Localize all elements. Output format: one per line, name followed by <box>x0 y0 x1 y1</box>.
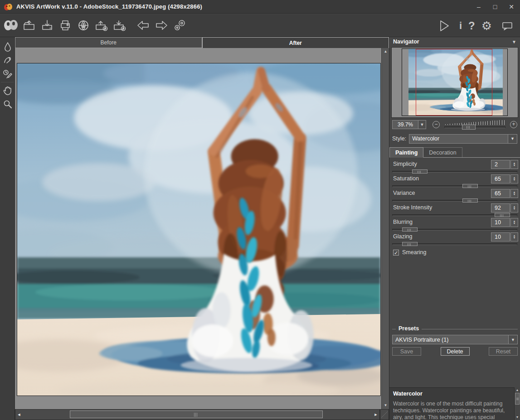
spinner-control[interactable]: ▲▼ <box>510 160 518 169</box>
description-scroll-thumb[interactable] <box>515 393 520 405</box>
param-value[interactable]: 65 <box>491 174 510 183</box>
param-slider-thumb[interactable] <box>462 198 478 203</box>
spinner-control[interactable]: ▲▼ <box>510 174 518 183</box>
scroll-up-icon[interactable]: ▲ <box>382 48 389 55</box>
spinner-control[interactable]: ▲▼ <box>510 203 518 212</box>
import-presets-icon[interactable] <box>94 17 109 34</box>
run-processing-icon[interactable] <box>436 18 452 34</box>
param-slider-track[interactable] <box>392 185 517 187</box>
hand-tool-icon[interactable] <box>0 84 15 97</box>
param-slider-track[interactable] <box>392 171 517 173</box>
save-button[interactable]: Save <box>392 347 421 356</box>
print-icon[interactable] <box>58 17 73 34</box>
zoom-in-button[interactable]: + <box>510 121 517 128</box>
param-label: Saturation <box>393 175 419 182</box>
style-dropdown[interactable]: Watercolor ▼ <box>409 134 517 144</box>
navigator-collapse-icon[interactable]: ▼ <box>512 39 516 44</box>
export-presets-icon[interactable] <box>112 17 127 34</box>
zoom-slider-thumb[interactable] <box>462 125 476 130</box>
param-slider-thumb[interactable] <box>402 227 418 232</box>
smearing-label: Smearing <box>402 249 427 256</box>
smearing-option[interactable]: ✓ Smearing <box>389 246 520 256</box>
publish-web-icon[interactable] <box>76 17 91 34</box>
open-image-icon[interactable] <box>21 17 37 34</box>
history-brush-tool-icon[interactable] <box>0 67 15 81</box>
parameter-tabs: Painting Decoration <box>389 147 520 158</box>
param-value[interactable]: 10 <box>491 218 510 227</box>
undo-icon[interactable] <box>136 17 151 34</box>
param-label: Blurring <box>393 219 413 225</box>
tab-after[interactable]: After <box>202 37 389 48</box>
main-toolbar: i ? ⚙ <box>0 14 520 37</box>
zoom-out-button[interactable]: − <box>433 121 440 128</box>
tab-painting[interactable]: Painting <box>389 147 423 158</box>
minimize-button[interactable]: – <box>475 3 483 10</box>
title-bar: AKVIS ArtWork v.11.0 - AdobeStock_119736… <box>0 0 520 14</box>
style-label: Style: <box>392 135 406 142</box>
feedback-icon[interactable] <box>500 18 515 34</box>
style-value: Watercolor <box>409 135 439 142</box>
navigator-margin <box>503 49 507 116</box>
resize-corner[interactable] <box>380 409 389 420</box>
tab-decoration[interactable]: Decoration <box>423 147 462 157</box>
param-value[interactable]: 10 <box>491 232 510 241</box>
window-title: AKVIS ArtWork v.11.0 - AdobeStock_119736… <box>16 3 202 10</box>
spinner-control[interactable]: ▲▼ <box>510 218 518 227</box>
navigator-margin <box>402 49 408 116</box>
preset-dropdown[interactable]: AKVIS Portraiture (1) ▼ <box>392 335 518 344</box>
param-slider-thumb[interactable] <box>462 184 478 188</box>
scroll-down-icon[interactable]: ▼ <box>515 415 520 420</box>
presets-section: Presets AKVIS Portraiture (1) ▼ Save Del… <box>389 325 520 358</box>
tab-before[interactable]: Before <box>15 37 202 48</box>
tools-panel <box>0 37 15 420</box>
preset-dropdown-icon[interactable]: ▼ <box>508 335 517 344</box>
akvis-logo-icon[interactable] <box>3 17 19 34</box>
param-slider-track[interactable] <box>392 200 517 202</box>
zoom-value[interactable]: 39.7% <box>392 120 418 129</box>
spinner-control[interactable]: ▲▼ <box>510 232 518 241</box>
help-icon[interactable]: ? <box>468 20 475 31</box>
spinner-control[interactable]: ▲▼ <box>510 189 518 198</box>
close-button[interactable]: ✕ <box>507 3 515 10</box>
vertical-scrollbar[interactable]: ▲ ▼ <box>381 48 389 409</box>
scroll-right-icon[interactable]: ► <box>373 410 379 420</box>
param-slider-thumb[interactable] <box>495 213 510 217</box>
param-value[interactable]: 65 <box>491 189 510 198</box>
redo-icon[interactable] <box>154 17 169 34</box>
preferences-gear-icon[interactable]: ⚙ <box>481 20 492 32</box>
scroll-down-icon[interactable]: ▼ <box>382 402 389 409</box>
param-value[interactable]: 2 <box>491 160 510 169</box>
watercolor-tool-icon[interactable] <box>0 40 15 53</box>
batch-processing-icon[interactable] <box>172 17 187 34</box>
description-scrollbar[interactable]: ▲ ▼ <box>514 387 520 420</box>
parameter-list: Simplicity 2 ▲▼ Saturation 65 ▲▼ Varianc… <box>389 158 520 246</box>
save-image-icon[interactable] <box>39 17 55 34</box>
param-label: Glazing <box>393 233 412 240</box>
info-icon[interactable]: i <box>459 21 462 31</box>
zoom-dropdown-icon[interactable]: ▼ <box>418 120 426 129</box>
settings-panel: Navigator ▼ 39.7% ▼ − + Style: <box>389 37 520 420</box>
navigator-view-frame[interactable] <box>416 49 492 116</box>
smudge-tool-icon[interactable] <box>0 53 15 67</box>
presets-title: Presets <box>396 325 422 332</box>
param-row-stroke-intensity: Stroke Intensity 92 ▲▼ <box>390 203 519 217</box>
maximize-button[interactable]: □ <box>491 3 499 10</box>
zoom-tool-icon[interactable] <box>0 97 15 111</box>
preset-value: AKVIS Portraiture (1) <box>393 337 448 343</box>
param-slider-thumb[interactable] <box>402 242 418 246</box>
style-dropdown-icon[interactable]: ▼ <box>508 135 517 143</box>
reset-button[interactable]: Reset <box>489 347 518 356</box>
delete-button[interactable]: Delete <box>441 347 470 356</box>
scroll-up-icon[interactable]: ▲ <box>515 388 520 392</box>
zoom-slider[interactable] <box>444 120 505 130</box>
scroll-left-icon[interactable]: ◄ <box>16 410 22 420</box>
after-image-canvas[interactable] <box>17 63 381 396</box>
navigator-thumbnail[interactable] <box>402 48 508 116</box>
view-tabs: Before After <box>15 37 389 48</box>
param-slider-thumb[interactable] <box>412 169 428 174</box>
horizontal-scroll-thumb[interactable] <box>70 410 323 418</box>
horizontal-scrollbar[interactable]: ◄ ► <box>15 409 380 420</box>
param-value[interactable]: 92 <box>491 203 510 212</box>
smearing-checkbox[interactable]: ✓ <box>393 250 399 256</box>
description-panel: Watercolor Watercolor is one of the most… <box>389 387 520 420</box>
